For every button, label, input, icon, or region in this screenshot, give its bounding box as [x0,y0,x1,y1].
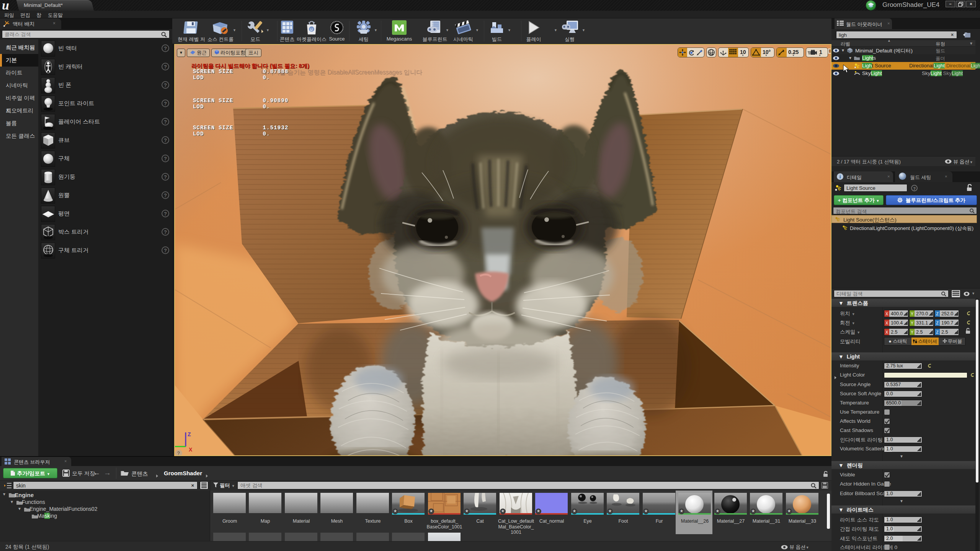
svg-text:Z: Z [188,431,191,437]
svg-text:?: ? [177,451,180,455]
svg-text:X: X [189,447,193,453]
svg-text:u: u [310,27,313,32]
